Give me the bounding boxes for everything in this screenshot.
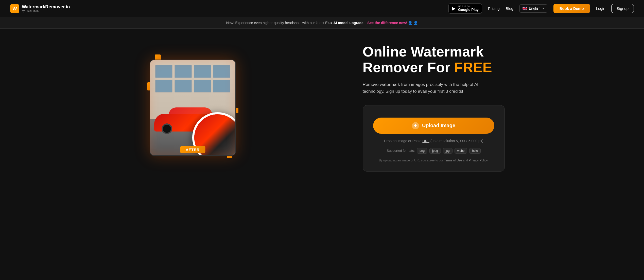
banner-cta-link[interactable]: See the difference now! [367,21,407,25]
after-badge: AFTER [180,146,205,153]
logo-icon: W [10,4,19,13]
nav-link-blog[interactable]: Blog [506,6,513,11]
window-1 [155,65,172,78]
gp-text: GET IT ON Google Play [458,5,479,12]
signup-button[interactable]: Signup [611,4,634,13]
hero-content: Online Watermark Remover For FREE Remove… [363,44,505,172]
logo-title: WatermarkRemover.io [22,5,70,10]
nav-link-pricing[interactable]: Pricing [488,6,500,11]
banner-emoji1: 👤 [408,21,412,25]
logo-text: WatermarkRemover.io by PixelBin.io [22,5,70,13]
google-play-icon: ▶ [452,5,456,11]
navbar-left: W WatermarkRemover.io by PixelBin.io [10,4,70,13]
hero-title-free: FREE [454,59,492,75]
format-badge-jpeg: jpeg [429,148,441,154]
banner-highlight: Flux AI model upgrade [325,21,363,25]
logo-subtitle: by PixelBin.io [22,9,70,12]
upload-box: + Upload Image Drop an image or Paste UR… [363,105,505,172]
format-badge-webp: webp [455,148,467,154]
window-3 [194,65,211,78]
drop-text-before: Drop an image or Paste [384,139,423,143]
drop-text: Drop an image or Paste URL (upto resolut… [373,139,494,143]
hero-section: AFTER Online Watermark Remover For FREE … [119,29,525,192]
google-play-badge[interactable]: ▶ GET IT ON Google Play [448,3,482,14]
drop-text-after: (upto resolution 5,000 x 5,000 px) [429,139,483,143]
hero-title: Online Watermark Remover For FREE [363,44,505,75]
hero-image-container: AFTER [140,47,246,169]
format-badge-heic: heic [469,148,480,154]
upload-image-button[interactable]: + Upload Image [373,118,494,134]
language-label: English [529,6,541,10]
chevron-down-icon: ▼ [542,7,545,10]
navbar-right: ▶ GET IT ON Google Play Pricing Blog 🇬🇧 … [448,3,634,14]
window-5 [155,80,172,92]
banner-text-middle: – [364,21,368,25]
language-selector[interactable]: 🇬🇧 English ▼ [519,4,547,13]
format-badge-jpg: jpg [443,148,452,154]
terms-middle: and [462,159,469,162]
banner-text-before: New! Experience even higher-quality head… [226,21,325,25]
window-2 [175,65,192,78]
gp-get-it-label: GET IT ON [458,5,479,8]
terms-after: . [488,159,488,162]
window-6 [175,80,192,92]
svg-text:W: W [13,6,17,11]
terms-of-use-link[interactable]: Terms of Use [444,159,462,162]
login-button[interactable]: Login [596,6,605,11]
terms-text: By uploading an image or URL you agree t… [373,159,494,162]
formats-row: Supported formats: png jpeg jpg webp hei… [373,148,494,154]
window-8 [213,80,230,92]
navbar: W WatermarkRemover.io by PixelBin.io ▶ G… [0,0,644,17]
hero-title-line1: Online Watermark [363,44,484,60]
hero-title-line2: Remover For [363,59,454,75]
paste-url-link[interactable]: URL [422,139,429,143]
upload-plus-icon: + [412,122,419,129]
window-4 [213,65,230,78]
terms-before: By uploading an image or URL you agree t… [379,159,444,162]
privacy-policy-link[interactable]: Privacy Policy [469,159,488,162]
hero-subtitle: Remove watermark from images precisely w… [363,81,484,95]
banner-emoji2: 👤 [413,21,418,25]
book-demo-button[interactable]: Book a Demo [553,4,590,13]
window-7 [194,80,211,92]
flag-icon: 🇬🇧 [522,6,527,11]
upload-button-label: Upload Image [422,123,455,128]
car-wheel-left [162,123,172,134]
format-badge-png: png [417,148,427,154]
announcement-banner: New! Experience even higher-quality head… [0,17,644,29]
formats-label: Supported formats: [387,149,415,153]
gp-store-label: Google Play [458,8,479,12]
hero-image-box [150,60,236,156]
building-windows [150,65,235,92]
